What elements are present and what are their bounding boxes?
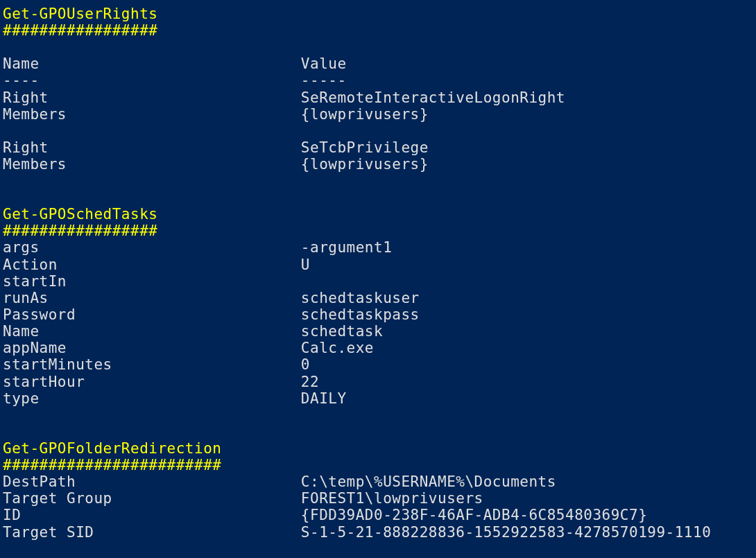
section-title-userrights: Get-GPOUserRights	[3, 6, 753, 22]
table-row: args -argument1	[3, 239, 753, 256]
table-row: runAs schedtaskuser	[3, 290, 753, 306]
table-divider: ---- -----	[3, 72, 753, 89]
section-hashes-userrights: #################	[3, 22, 753, 39]
table-row: DestPath C:\temp\%USERNAME%\Documents	[3, 473, 753, 490]
table-row: Action U	[3, 256, 753, 273]
row-value: {lowprivusers}	[301, 156, 429, 173]
table-row: appName Calc.exe	[3, 340, 753, 356]
table-row: startMinutes 0	[3, 356, 753, 373]
table-row: Members {lowprivusers}	[3, 156, 753, 173]
row-value: {FDD39AD0-238F-46AF-ADB4-6C85480369C7}	[301, 507, 647, 523]
row-name: Right	[3, 89, 301, 106]
row-name: Target Group	[3, 490, 301, 507]
row-name: DestPath	[3, 473, 301, 490]
header-value: Value	[301, 55, 347, 72]
row-name: Action	[3, 256, 301, 273]
row-name: Right	[3, 139, 301, 156]
table-row: Members {lowprivusers}	[3, 106, 753, 123]
row-value: {lowprivusers}	[301, 106, 429, 123]
table-row: ID {FDD39AD0-238F-46AF-ADB4-6C85480369C7…	[3, 507, 753, 523]
row-name: ID	[3, 507, 301, 523]
divider-value: -----	[301, 72, 347, 89]
row-value: schedtask	[301, 323, 383, 340]
section-hashes-folderredirection: ########################	[3, 457, 753, 473]
row-value: U	[301, 256, 310, 273]
row-name: Name	[3, 323, 301, 340]
row-value: SeTcbPrivilege	[301, 139, 429, 156]
row-name: runAs	[3, 290, 301, 306]
table-row: Right SeRemoteInteractiveLogonRight	[3, 89, 753, 106]
row-value: -argument1	[301, 239, 392, 256]
table-row: startIn	[3, 273, 753, 290]
row-value: FOREST1\lowprivusers	[301, 490, 483, 507]
row-name: appName	[3, 340, 301, 356]
section-title-schedtasks: Get-GPOSchedTasks	[3, 206, 753, 223]
row-name: startMinutes	[3, 356, 301, 373]
table-row: startHour 22	[3, 374, 753, 390]
row-name: startHour	[3, 374, 301, 390]
row-value: 22	[301, 374, 319, 390]
header-name: Name	[3, 55, 301, 72]
divider-name: ----	[3, 72, 301, 89]
row-name: Members	[3, 106, 301, 123]
table-header: Name Value	[3, 55, 753, 72]
row-value: schedtaskuser	[301, 290, 420, 306]
row-value: schedtaskpass	[301, 306, 420, 323]
table-row: Target SID S-1-5-21-888228836-1552922583…	[3, 524, 753, 541]
row-value: C:\temp\%USERNAME%\Documents	[301, 473, 556, 490]
row-name: Members	[3, 156, 301, 173]
row-name: startIn	[3, 273, 301, 290]
table-row: Target Group FOREST1\lowprivusers	[3, 490, 753, 507]
row-value: 0	[301, 356, 310, 373]
row-value: Calc.exe	[301, 340, 374, 356]
row-value: S-1-5-21-888228836-1552922583-4278570199…	[301, 524, 711, 541]
table-row: Password schedtaskpass	[3, 306, 753, 323]
section-hashes-schedtasks: #################	[3, 223, 753, 239]
row-value: SeRemoteInteractiveLogonRight	[301, 89, 565, 106]
table-row: Name schedtask	[3, 323, 753, 340]
row-name: Target SID	[3, 524, 301, 541]
row-value: DAILY	[301, 390, 347, 407]
row-name: type	[3, 390, 301, 407]
row-name: Password	[3, 306, 301, 323]
section-title-folderredirection: Get-GPOFolderRedirection	[3, 440, 753, 457]
table-row: type DAILY	[3, 390, 753, 407]
table-row: Right SeTcbPrivilege	[3, 139, 753, 156]
row-name: args	[3, 239, 301, 256]
